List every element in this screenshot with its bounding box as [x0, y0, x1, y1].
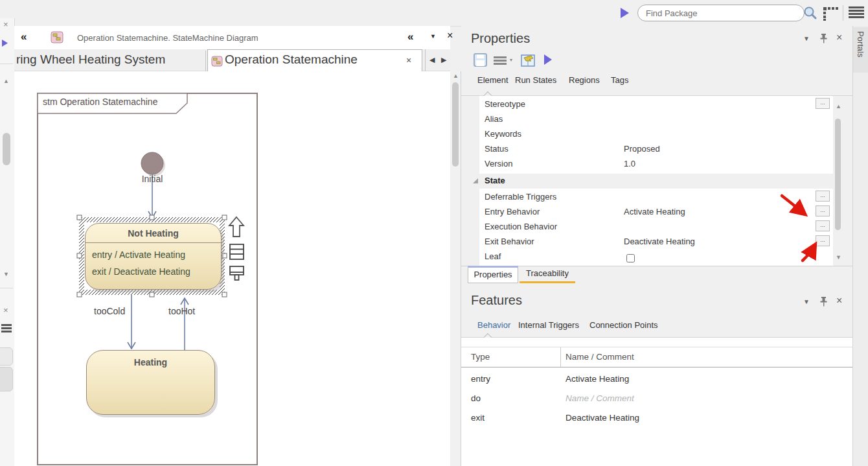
entry-behavior-ellipsis-button[interactable]: ... [816, 205, 830, 216]
row-alias-label[interactable]: Alias [485, 114, 503, 124]
nav-prev-tab-icon[interactable]: ◀ [429, 56, 435, 64]
row-entry-behavior-label[interactable]: Entry Behavior [485, 207, 540, 216]
close-tab-icon[interactable]: × [406, 55, 411, 65]
portals-tab[interactable]: Portals [853, 27, 868, 73]
exit-behavior-ellipsis-button[interactable]: ... [816, 235, 830, 246]
panel-dropdown-icon[interactable]: ▼ [803, 35, 810, 42]
features-content-bg [461, 338, 852, 466]
diagram-canvas[interactable]: stm Operation Statemachine Initial Not H… [14, 71, 450, 466]
search-icon[interactable] [803, 6, 817, 21]
default-properties-icon[interactable] [521, 53, 536, 67]
scroll-up-icon[interactable]: ▲ [836, 104, 841, 110]
bottom-tab-traceability[interactable]: Traceability [520, 266, 575, 283]
structural-elements-icon[interactable] [230, 266, 244, 280]
find-package-input[interactable] [637, 5, 805, 21]
execution-behavior-ellipsis-button[interactable]: ... [816, 220, 830, 231]
transition-label-toohot[interactable]: tooHot [168, 306, 195, 316]
scrollbar-thumb[interactable] [452, 82, 459, 167]
scroll-down-icon[interactable]: ▼ [3, 272, 9, 277]
tab-internal-triggers[interactable]: Internal Triggers [518, 320, 579, 330]
tab-behavior[interactable]: Behavior [477, 320, 510, 330]
entry-behavior-line: entry / Activate Heating [92, 246, 221, 263]
column-divider[interactable] [560, 347, 561, 367]
collapse-left-icon[interactable]: « [21, 31, 27, 42]
tab-steering-wheel-heating-system[interactable]: ring Wheel Heating System [16, 52, 165, 67]
tab-regions[interactable]: Regions [569, 75, 600, 85]
row-entry-behavior-value[interactable]: Activate Heating [624, 207, 685, 216]
frame-label: stm Operation Statemachine [43, 97, 157, 107]
stereotype-ellipsis-button[interactable]: ... [816, 98, 830, 109]
bottom-tab-properties[interactable]: Properties [468, 266, 518, 283]
state-heating[interactable]: Heating [86, 350, 215, 415]
initial-node[interactable] [141, 152, 163, 174]
traceability-highlight-bar [520, 281, 575, 283]
navigate-up-icon[interactable] [229, 217, 244, 237]
tab-operation-statemachine[interactable]: Operation Statemachine × [207, 49, 422, 71]
row-exit-behavior-label[interactable]: Exit Behavior [485, 237, 534, 246]
collapse-right-icon[interactable]: « [407, 31, 413, 42]
row-status-label[interactable]: Status [485, 144, 508, 154]
menu-icon[interactable] [494, 56, 507, 65]
row-version-value[interactable]: 1.0 [624, 159, 635, 169]
row-execution-behavior-label[interactable]: Execution Behavior [485, 222, 557, 231]
scroll-up-icon[interactable]: ▲ [453, 73, 459, 79]
state-not-heating[interactable]: Not Heating entry / Activate Heating exi… [85, 223, 222, 290]
toolbox-grid-icon[interactable] [823, 6, 838, 21]
menu-bars-icon[interactable] [1, 324, 12, 332]
row-exit-behavior-value[interactable]: Deactivate Heating [624, 237, 695, 246]
play-icon[interactable] [1, 39, 8, 47]
row-deferrable-label[interactable]: Deferrable Triggers [485, 192, 556, 202]
row-version-label[interactable]: Version [485, 159, 512, 169]
panel-dropdown-icon[interactable]: ▼ [803, 298, 810, 305]
dropdown-icon[interactable]: ▼ [430, 33, 436, 40]
toolbox-button[interactable] [0, 347, 13, 366]
row-keywords-label[interactable]: Keywords [485, 129, 521, 139]
scrollbar-thumb[interactable] [835, 119, 841, 230]
transition-toocold[interactable] [128, 295, 135, 349]
properties-panel-title: Properties [471, 31, 530, 46]
scrollbar-thumb[interactable] [3, 133, 10, 165]
divider [0, 64, 13, 64]
save-icon[interactable] [474, 53, 488, 67]
tab-run-states[interactable]: Run States [515, 75, 556, 85]
transition-label-toocold[interactable]: tooCold [94, 306, 125, 316]
close-icon[interactable]: × [3, 306, 8, 314]
nav-next-tab-icon[interactable]: ▶ [441, 56, 446, 64]
tab-connection-points[interactable]: Connection Points [589, 320, 658, 330]
column-header-type[interactable]: Type [471, 352, 490, 362]
leaf-checkbox[interactable] [626, 254, 635, 262]
close-panel-icon[interactable]: × [836, 32, 842, 43]
element-quick-icons [228, 216, 253, 287]
features-compartment-icon[interactable] [230, 244, 244, 259]
separator [425, 49, 426, 71]
close-panel-icon[interactable]: × [836, 295, 842, 307]
close-icon[interactable]: × [3, 20, 8, 29]
pin-icon[interactable] [819, 33, 828, 43]
menu-caret-icon[interactable]: ▾ [510, 57, 512, 63]
portals-tab-label: Portals [856, 31, 865, 57]
hamburger-menu-icon[interactable] [849, 6, 864, 19]
row-stereotype-label[interactable]: Stereotype [485, 99, 525, 109]
scroll-down-icon[interactable]: ▼ [836, 255, 841, 261]
toolbox-button[interactable] [0, 367, 13, 391]
row-leaf-label[interactable]: Leaf [485, 251, 501, 261]
tab-tags[interactable]: Tags [611, 75, 628, 85]
row-type: exit [471, 413, 485, 423]
row-type: entry [471, 374, 490, 384]
diagram-scrollbar[interactable]: ▲ [450, 71, 461, 466]
state-title: Not Heating [86, 224, 221, 239]
tab-separator [205, 51, 206, 71]
row-status-value[interactable]: Proposed [624, 144, 660, 154]
tab-element[interactable]: Element [477, 75, 508, 85]
run-play-icon[interactable] [620, 7, 630, 19]
column-header-name-comment[interactable]: Name / Comment [565, 352, 634, 362]
run-icon[interactable] [543, 54, 553, 65]
group-row-state[interactable]: State [461, 174, 833, 189]
deferrable-ellipsis-button[interactable]: ... [816, 191, 830, 202]
group-expand-icon[interactable] [472, 178, 479, 184]
scroll-up-icon[interactable]: ▲ [3, 78, 9, 84]
close-icon[interactable]: × [447, 30, 453, 41]
row-value: Deactivate Heating [565, 413, 639, 423]
pin-icon[interactable] [819, 296, 828, 307]
features-panel: Features ▼ × Behavior Internal Triggers … [461, 290, 852, 466]
